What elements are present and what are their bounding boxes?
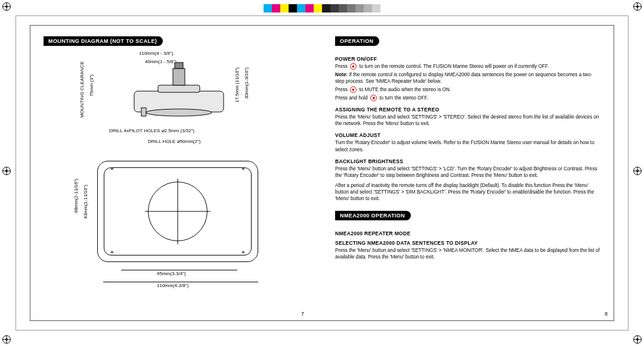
power-button-icon (350, 63, 357, 70)
dim-175: 17.5mm (11/16") (234, 67, 240, 102)
label-pilot-holes: DRILL 4xPILOT HOLES ⌀2.5mm (3/32") (109, 128, 194, 133)
dim-43: 43mm(1-11/16") (83, 185, 88, 219)
device-front-view: + + + + (97, 161, 258, 262)
power-line2: Press to MUTE the audio when the stereo … (335, 86, 600, 93)
registration-mark (633, 167, 642, 175)
page-8: OPERATION POWER ON/OFF Press to turn on … (322, 26, 614, 320)
subhead-nmea-select: SELECTING NMEA2000 DATA SENTENCES TO DIS… (335, 240, 600, 246)
power-button-icon (350, 86, 357, 93)
dim-95: 95mm(3-3/4") (157, 271, 186, 276)
assign-body: Press the 'Menu' button and select 'SETT… (335, 114, 600, 127)
power-line3: Press and hold to turn the stereo OFF. (335, 95, 600, 101)
registration-mark (2, 167, 11, 175)
device-side-view (128, 61, 230, 118)
dim-110-bottom: 110mm(4-3/8") (157, 283, 188, 288)
svg-point-4 (146, 109, 212, 116)
backlight-body1: Press the 'Menu' button and select 'SETT… (335, 166, 600, 179)
section-heading-mounting: MOUNTING DIAGRAM (NOT TO SCALE) (44, 36, 163, 46)
svg-rect-1 (158, 85, 200, 92)
dim-30: 30mm(1-3/16") (244, 67, 249, 99)
svg-rect-2 (173, 68, 185, 85)
page-frame: MOUNTING DIAGRAM (NOT TO SCALE) 110mm(4 … (30, 25, 614, 321)
subhead-backlight: BACKLIGHT BRIGHTNESS (335, 158, 600, 164)
subhead-nmea-repeater: NMEA2000 REPEATER MODE (335, 230, 600, 236)
power-button-icon (370, 95, 377, 101)
label-mount-clearance: MOUNTING CLEARANCE (79, 61, 85, 118)
page-number-7: 7 (301, 311, 304, 317)
section-heading-nmea: NMEA2000 OPERATION (335, 211, 411, 220)
mounting-diagram: 110mm(4 - 3/8") 40mm(1 - 5/8") 17.5mm (1… (44, 51, 309, 326)
label-drill-hole: DRILL HOLE ⌀50mm(2") (148, 139, 200, 144)
nmea-body: Press the 'Menu' button and select 'SETT… (335, 247, 600, 260)
page-7: MOUNTING DIAGRAM (NOT TO SCALE) 110mm(4 … (30, 26, 322, 320)
svg-rect-3 (175, 63, 183, 68)
subhead-assign: ASSIGNING THE REMOTE TO A STEREO (335, 107, 600, 113)
subhead-volume: VOLUME ADJUST (335, 132, 600, 138)
dim-110-top: 110mm(4 - 3/8") (139, 51, 174, 56)
registration-mark (2, 2, 11, 11)
print-color-bar (264, 4, 380, 13)
volume-body: Turn the 'Rotary Encoder' to adjust volu… (335, 139, 600, 152)
svg-rect-5 (141, 108, 146, 116)
registration-mark (633, 2, 642, 11)
registration-mark (2, 335, 11, 344)
dim-68: 68mm(2-11/16") (73, 179, 79, 213)
subhead-power: POWER ON/OFF (335, 56, 600, 62)
page-number-8: 8 (605, 311, 608, 317)
power-line1: Press to turn on the remote control. The… (335, 63, 600, 70)
section-heading-operation: OPERATION (335, 36, 379, 46)
power-note: Note: If the remote control is configure… (335, 71, 600, 85)
backlight-body2: After a period of inactivity the remote … (335, 182, 600, 202)
dim-75: 75mm (3") (89, 74, 94, 96)
registration-mark (633, 335, 642, 344)
